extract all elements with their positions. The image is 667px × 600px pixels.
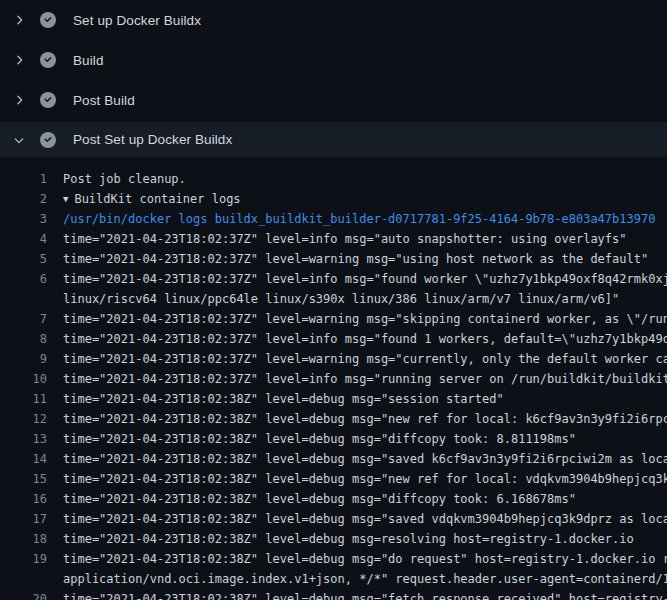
log-line-continuation: linux/riscv64 linux/ppc64le linux/s390x … [0, 289, 667, 309]
log-text: Post job cleanup. [63, 169, 186, 189]
step-header-set-up-docker-buildx[interactable]: Set up Docker Buildx [0, 0, 667, 40]
chevron-right-icon [11, 52, 27, 68]
log-line[interactable]: 2▼BuildKit container logs [0, 189, 667, 209]
log-command-text: /usr/bin/docker logs buildx_buildkit_bui… [63, 209, 655, 229]
log-line: 10time="2021-04-23T18:02:37Z" level=info… [0, 369, 667, 389]
step-label: Set up Docker Buildx [73, 13, 201, 28]
log-text: time="2021-04-23T18:02:38Z" level=debug … [63, 549, 667, 569]
log-text: time="2021-04-23T18:02:38Z" level=debug … [63, 469, 667, 489]
log-line: 12time="2021-04-23T18:02:38Z" level=debu… [0, 409, 667, 429]
step-header-post-set-up-docker-buildx[interactable]: Post Set up Docker Buildx [0, 122, 667, 157]
line-number[interactable]: 9 [0, 349, 47, 369]
log-viewer: 1Post job cleanup.2▼BuildKit container l… [0, 160, 667, 600]
log-line: 16time="2021-04-23T18:02:38Z" level=debu… [0, 489, 667, 509]
log-line: 14time="2021-04-23T18:02:38Z" level=debu… [0, 449, 667, 469]
check-circle-icon [40, 92, 56, 108]
group-title: BuildKit container logs [74, 192, 240, 206]
log-text: time="2021-04-23T18:02:38Z" level=debug … [63, 449, 667, 469]
step-label: Build [73, 53, 104, 68]
chevron-down-icon [11, 132, 27, 148]
log-text: time="2021-04-23T18:02:37Z" level=warnin… [63, 249, 648, 269]
log-line: 13time="2021-04-23T18:02:38Z" level=debu… [0, 429, 667, 449]
log-line: 1Post job cleanup. [0, 169, 667, 189]
log-text: time="2021-04-23T18:02:37Z" level=info m… [63, 369, 667, 389]
step-label: Post Build [73, 93, 135, 108]
line-number[interactable]: 10 [0, 369, 47, 389]
log-line: 11time="2021-04-23T18:02:38Z" level=debu… [0, 389, 667, 409]
log-line: 20time="2021-04-23T18:02:38Z" level=debu… [0, 589, 667, 600]
line-number[interactable]: 1 [0, 169, 47, 189]
log-text: time="2021-04-23T18:02:38Z" level=debug … [63, 409, 667, 429]
line-number[interactable]: 5 [0, 249, 47, 269]
line-number[interactable]: 4 [0, 229, 47, 249]
line-number [0, 289, 47, 309]
log-text: time="2021-04-23T18:02:37Z" level=warnin… [63, 349, 667, 369]
log-text: time="2021-04-23T18:02:37Z" level=info m… [63, 229, 627, 249]
line-number[interactable]: 6 [0, 269, 47, 289]
log-text: time="2021-04-23T18:02:38Z" level=debug … [63, 429, 576, 449]
log-line: 15time="2021-04-23T18:02:38Z" level=debu… [0, 469, 667, 489]
log-line: 3/usr/bin/docker logs buildx_buildkit_bu… [0, 209, 667, 229]
line-number[interactable]: 19 [0, 549, 47, 569]
log-text: time="2021-04-23T18:02:38Z" level=debug … [63, 589, 667, 600]
line-number[interactable]: 7 [0, 309, 47, 329]
log-text: time="2021-04-23T18:02:37Z" level=warnin… [63, 309, 667, 329]
line-number[interactable]: 3 [0, 209, 47, 229]
step-header-build[interactable]: Build [0, 40, 667, 80]
log-line: 6time="2021-04-23T18:02:37Z" level=info … [0, 269, 667, 289]
log-line: 18time="2021-04-23T18:02:38Z" level=debu… [0, 529, 667, 549]
log-line: 9time="2021-04-23T18:02:37Z" level=warni… [0, 349, 667, 369]
log-text: time="2021-04-23T18:02:38Z" level=debug … [63, 389, 504, 409]
log-line: 5time="2021-04-23T18:02:37Z" level=warni… [0, 249, 667, 269]
line-number[interactable]: 2 [0, 189, 47, 209]
log-line-continuation: application/vnd.oci.image.index.v1+json,… [0, 569, 667, 589]
log-line: 8time="2021-04-23T18:02:37Z" level=info … [0, 329, 667, 349]
steps-list: Set up Docker BuildxBuildPost BuildPost … [0, 0, 667, 157]
group-expanded-triangle-icon: ▼ [63, 189, 68, 209]
line-number[interactable]: 14 [0, 449, 47, 469]
check-circle-icon [40, 52, 56, 68]
log-text: time="2021-04-23T18:02:37Z" level=info m… [63, 269, 667, 289]
line-number[interactable]: 18 [0, 529, 47, 549]
log-text: time="2021-04-23T18:02:37Z" level=info m… [63, 329, 667, 349]
log-line: 19time="2021-04-23T18:02:38Z" level=debu… [0, 549, 667, 569]
log-line: 17time="2021-04-23T18:02:38Z" level=debu… [0, 509, 667, 529]
log-text: time="2021-04-23T18:02:38Z" level=debug … [63, 489, 576, 509]
line-number[interactable]: 8 [0, 329, 47, 349]
line-number[interactable]: 12 [0, 409, 47, 429]
log-line: 4time="2021-04-23T18:02:37Z" level=info … [0, 229, 667, 249]
log-text: application/vnd.oci.image.index.v1+json,… [63, 569, 667, 589]
log-line: 7time="2021-04-23T18:02:37Z" level=warni… [0, 309, 667, 329]
log-text: time="2021-04-23T18:02:38Z" level=debug … [63, 529, 634, 549]
line-number[interactable]: 11 [0, 389, 47, 409]
step-header-post-build[interactable]: Post Build [0, 80, 667, 120]
chevron-right-icon [11, 92, 27, 108]
chevron-right-icon [11, 12, 27, 28]
check-circle-icon [40, 12, 56, 28]
line-number[interactable]: 17 [0, 509, 47, 529]
log-text: ▼BuildKit container logs [63, 189, 241, 209]
log-text: linux/riscv64 linux/ppc64le linux/s390x … [63, 289, 619, 309]
line-number[interactable]: 15 [0, 469, 47, 489]
check-circle-icon [40, 132, 56, 148]
line-number[interactable]: 13 [0, 429, 47, 449]
log-text: time="2021-04-23T18:02:38Z" level=debug … [63, 509, 667, 529]
step-label: Post Set up Docker Buildx [73, 132, 232, 147]
line-number[interactable]: 16 [0, 489, 47, 509]
line-number [0, 569, 47, 589]
line-number[interactable]: 20 [0, 589, 47, 600]
